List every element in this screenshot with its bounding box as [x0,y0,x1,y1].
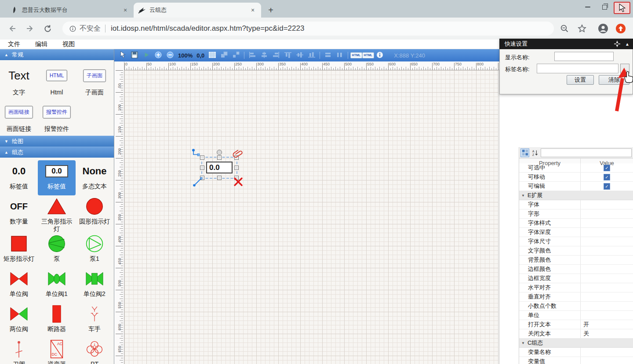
ungroup-button[interactable] [232,51,240,59]
collapse-triangle-icon[interactable]: ▲ [625,42,629,47]
palette-item-valve1[interactable]: 单位阀1 [38,268,76,303]
palette-item-digital-value[interactable]: OFF数字量 [0,195,38,233]
palette-item-breaker[interactable]: 断路器 [38,303,76,338]
property-row[interactable]: 变量值 [519,357,633,364]
zoom-out-button[interactable] [166,51,174,59]
align-bottom-button[interactable] [308,51,316,59]
restore-button[interactable] [597,2,612,12]
palette-item-subscreen-widget[interactable]: 子画面子画面 [76,63,113,99]
menu-item[interactable]: 文件 [8,40,20,48]
align-left-button[interactable] [248,51,256,59]
property-row[interactable]: 文字颜色 [519,246,633,256]
property-row[interactable]: 边框宽度 [519,274,633,283]
set-button[interactable]: 设置 [567,75,594,85]
property-value[interactable] [581,219,633,227]
align-right-button[interactable] [272,51,280,59]
html-source-button[interactable]: HTML [364,51,372,59]
display-name-input[interactable] [554,52,614,61]
property-search-box[interactable] [541,148,632,157]
property-row[interactable]: 变量名称 [519,348,633,357]
link-handle[interactable] [193,177,203,188]
categorized-view-button[interactable] [520,148,529,157]
align-middle-button[interactable] [296,51,304,59]
palette-item-pump[interactable]: 泵 [38,233,76,268]
selected-tag-value-widget[interactable]: 0.0 [206,162,233,173]
palette-item-two-way-valve[interactable]: 两位阀 [0,303,38,338]
palette-item-pump1[interactable]: 泵1 [76,233,113,268]
property-value[interactable] [581,237,633,246]
property-value[interactable]: 开 [581,320,633,329]
selection-handle[interactable] [217,176,222,180]
property-row[interactable]: 字体样式 [519,219,633,228]
delete-button[interactable] [233,177,244,188]
checkbox-checked-icon[interactable]: ✓ [604,183,610,190]
selection-handle[interactable] [200,166,204,170]
property-category-row[interactable]: ▼E扩展 [519,191,633,200]
minimize-button[interactable] [580,2,595,12]
run-button[interactable] [142,51,150,59]
save-button[interactable] [131,51,138,59]
palette-item-valve2[interactable]: 单位阀2 [76,268,113,303]
palette-item-text-widget[interactable]: Text文字 [0,63,38,99]
palette-item-inverter[interactable]: ACDC逆变器 [38,338,76,364]
property-row[interactable]: 字体尺寸 [519,237,633,246]
property-row[interactable]: 字形 [519,209,633,219]
property-value[interactable] [581,348,633,357]
property-category-row[interactable]: ▼C组态 [519,339,633,348]
property-row[interactable]: 单位 [519,311,633,320]
same-height-button[interactable] [336,51,344,59]
property-row[interactable]: 关闭文本关 [519,329,633,339]
property-row[interactable]: 可移动✓ [519,173,633,182]
property-value[interactable] [581,265,633,274]
palette-item-pt[interactable]: PT [76,338,113,364]
zoom-out-page-button[interactable] [559,23,570,34]
collapse-icon[interactable] [614,40,621,47]
property-value[interactable] [581,256,633,264]
zoom-in-button[interactable] [154,51,162,59]
property-value[interactable] [581,283,633,292]
property-value[interactable]: 关 [581,329,633,338]
browser-tab[interactable]: 思普云大数据平台× [6,3,134,18]
property-row[interactable]: 小数点个数 [519,302,633,311]
property-row[interactable]: 字体 [519,200,633,209]
palette-item-handcar[interactable]: 车手 [76,303,113,338]
property-value[interactable] [581,311,633,320]
property-row[interactable]: 水平对齐 [519,283,633,292]
html-edit-button[interactable]: HTML [352,51,360,59]
same-width-button[interactable] [324,51,332,59]
reload-button[interactable] [42,23,53,34]
url-text[interactable]: iot.idosp.net/html/scada/editor.aspx.htm… [111,24,304,33]
browser-update-button[interactable] [615,23,626,34]
palette-section-scada[interactable]: ▲组态 [0,147,114,158]
group-button[interactable] [220,51,228,59]
align-top-button[interactable] [284,51,292,59]
palette-item-knife-switch[interactable]: 刀闸 [0,338,38,364]
property-row[interactable]: 字体深度 [519,228,633,237]
property-row[interactable]: 边框颜色 [519,265,633,274]
property-value[interactable]: ✓ [581,173,633,181]
sort-alpha-button[interactable]: AZ [531,148,539,157]
property-value[interactable] [581,246,633,255]
checkbox-checked-icon[interactable]: ✓ [604,174,610,180]
canvas-settings-button[interactable] [208,51,216,59]
bookmark-button[interactable] [577,23,587,34]
palette-section-drawing[interactable]: ▼绘图 [0,136,114,147]
property-value[interactable] [581,228,633,237]
selection-handle[interactable] [234,166,239,170]
property-value[interactable] [581,302,633,310]
palette-item-html-widget[interactable]: HTMLHtml [38,63,76,99]
palette-item-rect-indicator[interactable]: 矩形指示灯 [0,233,38,268]
palette-item-valve[interactable]: 单位阀 [0,268,38,303]
quick-settings-header[interactable]: 快速设置 ▲ [499,39,633,49]
info-button[interactable] [376,51,384,59]
property-row[interactable]: 背景颜色 [519,256,633,265]
tab-close-icon[interactable]: × [121,6,129,14]
connect-handle[interactable] [191,148,201,159]
menu-item[interactable]: 编辑 [35,40,47,48]
align-center-button[interactable] [260,51,268,59]
palette-item-circle-indicator[interactable]: 圆形指示灯 [76,195,113,233]
profile-button[interactable] [598,23,608,34]
back-button[interactable] [7,23,18,34]
select-tool-button[interactable] [119,51,127,59]
property-row[interactable]: 可选中✓ [519,163,633,173]
